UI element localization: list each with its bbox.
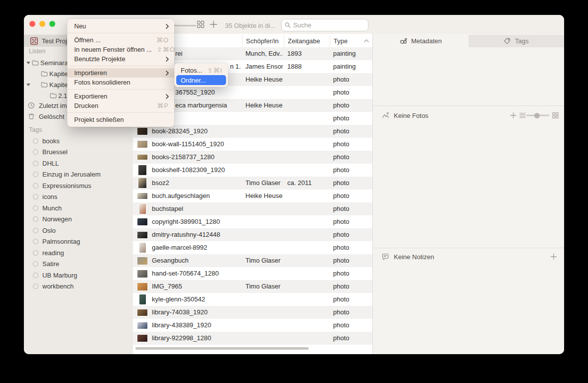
table-row[interactable]: book-wall-1151405_1920 photo bbox=[133, 138, 372, 151]
tab-metadata[interactable]: Metadaten bbox=[373, 35, 469, 47]
thumbnail-size-slider[interactable] bbox=[171, 25, 196, 26]
table-row[interactable]: gaelle-marcel-8992 photo bbox=[133, 241, 372, 254]
row-type: photo bbox=[333, 138, 371, 151]
tag-label: Norwegen bbox=[42, 215, 72, 223]
list-view-icon[interactable] bbox=[519, 112, 526, 118]
row-creator bbox=[245, 215, 283, 228]
row-type: painting bbox=[333, 60, 371, 73]
column-header-creator[interactable]: Schöpfer/in bbox=[242, 35, 284, 47]
sidebar-tag-item[interactable]: books bbox=[24, 135, 133, 147]
sidebar-tag-item[interactable]: Munch bbox=[24, 202, 133, 214]
menu-item[interactable]: In neuem Fenster öffnen ... ⇧⌘O bbox=[67, 45, 174, 54]
menu-item[interactable]: Importieren bbox=[67, 68, 174, 78]
table-row[interactable]: hand-set-705674_1280 photo bbox=[133, 267, 372, 280]
table-row[interactable]: library-438389_1920 photo bbox=[133, 319, 372, 332]
row-title: rei bbox=[175, 47, 240, 60]
search-field[interactable] bbox=[281, 19, 368, 31]
tag-label: Einzug in Jerusalem bbox=[42, 171, 101, 178]
sidebar-tag-item[interactable]: UB Marburg bbox=[24, 270, 133, 281]
table-row[interactable]: library-74038_1920 photo bbox=[133, 306, 372, 319]
table-row[interactable]: library-922998_1280 photo bbox=[133, 332, 372, 345]
tag-label: reading bbox=[42, 249, 64, 257]
add-photo-icon[interactable] bbox=[510, 112, 517, 119]
table-row[interactable]: buch.aufgeschlagen Heike Heuser photo bbox=[133, 190, 372, 202]
photo-size-slider[interactable] bbox=[526, 115, 549, 116]
row-thumbnail bbox=[137, 164, 148, 177]
row-creator: Timo Glaser bbox=[245, 254, 283, 267]
sidebar-tag-item[interactable]: Expressionismus bbox=[24, 180, 133, 192]
row-type: photo bbox=[333, 86, 371, 99]
table-row[interactable]: copyright-389901_1280 photo bbox=[133, 215, 372, 228]
sidebar-tag-item[interactable]: Oslo bbox=[24, 225, 133, 236]
table-row[interactable]: bookshelf-1082309_1920 photo bbox=[133, 164, 372, 177]
submenu-chevron-icon bbox=[166, 71, 169, 76]
sidebar-tag-item[interactable]: DHLL bbox=[24, 158, 133, 169]
import-submenu: Fotos... ⇧⌘I Ordner... bbox=[174, 63, 228, 87]
minimize-button[interactable] bbox=[39, 21, 45, 27]
horizontal-scrollbar[interactable] bbox=[135, 347, 309, 350]
submenu-item[interactable]: Ordner... bbox=[176, 75, 226, 85]
menu-item-label: Neu bbox=[74, 22, 161, 30]
sidebar-tag-item[interactable]: Einzug in Jerusalem bbox=[24, 169, 133, 181]
sidebar-tag-item[interactable]: icons bbox=[24, 192, 133, 203]
row-date bbox=[287, 202, 328, 215]
sidebar-tag-item[interactable]: workbench bbox=[24, 281, 133, 292]
row-creator bbox=[245, 319, 283, 332]
row-title: n 1... bbox=[230, 60, 240, 73]
sidebar-tag-item[interactable]: Norwegen bbox=[24, 214, 133, 225]
notes-empty-label: Keine Notizen bbox=[394, 253, 434, 261]
table-row[interactable]: buchstapel photo bbox=[133, 202, 372, 215]
lists-section-label: Listen bbox=[29, 48, 45, 55]
menu-item[interactable]: Exportieren bbox=[67, 92, 174, 101]
row-thumbnail bbox=[137, 151, 148, 164]
row-type: photo bbox=[333, 228, 371, 241]
zoom-button[interactable] bbox=[49, 21, 55, 27]
disclosure-triangle-icon[interactable] bbox=[26, 62, 30, 64]
row-title: IMG_7965 bbox=[152, 280, 240, 293]
clock-icon bbox=[28, 102, 35, 109]
menu-item[interactable]: Benutzte Projekte bbox=[67, 54, 174, 64]
menu-item[interactable]: Öffnen ... ⌘O bbox=[67, 35, 174, 45]
table-row[interactable]: bsoz2 Timo Glaser ca. 2011 photo bbox=[133, 177, 372, 190]
close-button[interactable] bbox=[29, 21, 35, 27]
column-header-date[interactable]: Zeitangabe bbox=[284, 35, 330, 47]
table-row[interactable]: IMG_7965 Timo Glaser photo bbox=[133, 280, 372, 293]
table-row[interactable]: books-2158737_1280 photo bbox=[133, 151, 372, 164]
sidebar-tag-item[interactable]: Satire bbox=[24, 259, 133, 270]
row-date bbox=[287, 86, 328, 99]
table-row[interactable]: Gesangbuch Timo Glaser photo bbox=[133, 254, 372, 267]
menu-item[interactable]: Neu bbox=[67, 21, 174, 31]
menu-item-label: Exportieren bbox=[74, 93, 161, 100]
row-date: ca. 2011 bbox=[287, 177, 328, 190]
traffic-lights bbox=[29, 21, 55, 27]
add-note-icon[interactable] bbox=[550, 253, 557, 260]
sidebar-tag-item[interactable]: reading bbox=[24, 247, 133, 259]
tab-tags[interactable]: Tags bbox=[469, 35, 564, 47]
menu-item[interactable]: Projekt schließen bbox=[67, 115, 174, 124]
row-date bbox=[287, 125, 328, 138]
row-type: photo bbox=[333, 254, 371, 267]
submenu-item[interactable]: Fotos... ⇧⌘I bbox=[176, 65, 226, 75]
tag-circle-icon bbox=[33, 250, 38, 256]
grid-view-icon[interactable] bbox=[197, 20, 205, 28]
disclosure-triangle-icon[interactable] bbox=[26, 84, 30, 86]
sort-ascending-icon[interactable] bbox=[364, 39, 369, 42]
photo-grid-icon[interactable] bbox=[552, 112, 559, 119]
row-title: Gesangbuch bbox=[152, 254, 240, 267]
menu-item-shortcut: ⌘P bbox=[157, 102, 169, 109]
sidebar-tag-item[interactable]: Bruessel bbox=[24, 147, 133, 158]
row-title: library-438389_1920 bbox=[152, 319, 240, 332]
menu-item[interactable]: Fotos konsolidieren bbox=[67, 78, 174, 87]
add-item-icon[interactable] bbox=[210, 20, 218, 28]
menu-item[interactable]: Drucken ⌘P bbox=[67, 101, 174, 110]
row-creator bbox=[245, 112, 283, 125]
table-row[interactable]: kyle-glenn-350542 photo bbox=[133, 293, 372, 306]
sidebar-tag-item[interactable]: Palmsonntag bbox=[24, 236, 133, 248]
row-creator bbox=[245, 202, 283, 215]
tag-label: Oslo bbox=[42, 227, 56, 234]
search-input[interactable] bbox=[293, 21, 365, 29]
slider-knob[interactable] bbox=[534, 113, 540, 118]
tag-label: Munch bbox=[42, 204, 62, 212]
table-row[interactable]: dmitry-ratushny-412448 photo bbox=[133, 228, 372, 241]
row-title: books-2158737_1280 bbox=[152, 151, 240, 164]
